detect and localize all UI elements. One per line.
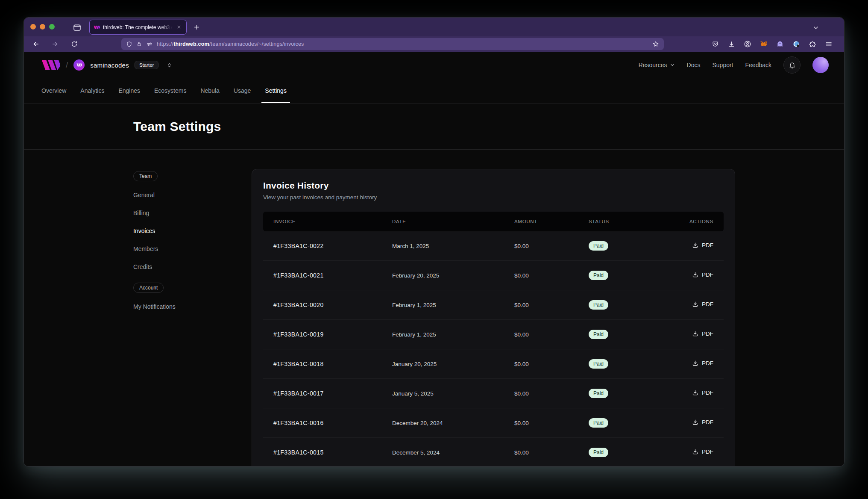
invoice-number: #1F33BA1C-0019 (263, 331, 382, 338)
status-badge: Paid (589, 418, 608, 428)
thirdweb-favicon (94, 25, 100, 30)
team-switcher-chevrons-icon[interactable] (164, 60, 174, 70)
invoice-date: February 1, 2025 (382, 331, 504, 338)
forward-button[interactable] (50, 39, 60, 49)
docs-link[interactable]: Docs (687, 62, 701, 68)
download-icon (692, 419, 698, 425)
download-pdf-button[interactable]: PDF (692, 301, 713, 307)
download-pdf-button[interactable]: PDF (692, 390, 713, 396)
site-header: / saminacodes Starter Resources (24, 52, 844, 103)
download-pdf-button[interactable]: PDF (692, 419, 713, 425)
downloads-icon[interactable] (726, 39, 736, 49)
invoice-amount: $0.00 (504, 390, 578, 397)
tab-engines[interactable]: Engines (115, 78, 144, 103)
invoice-number: #1F33BA1C-0018 (263, 360, 382, 367)
back-button[interactable] (31, 39, 41, 49)
account-icon[interactable] (742, 39, 753, 49)
sidebar-item-my-notifications[interactable]: My Notifications (133, 298, 232, 316)
col-date: Date (382, 219, 504, 224)
invoice-amount: $0.00 (504, 449, 578, 456)
invoice-number: #1F33BA1C-0022 (263, 242, 382, 249)
team-avatar[interactable] (73, 59, 85, 71)
status-badge: Paid (589, 389, 608, 398)
invoice-date: December 5, 2024 (382, 449, 504, 456)
sidebar-section-account: Account (133, 283, 164, 293)
close-tab-icon[interactable] (176, 24, 182, 31)
notifications-bell-button[interactable] (783, 56, 801, 74)
card-subtitle: View your past invoices and payment hist… (263, 194, 724, 201)
settings-sidebar: Team General Billing Invoices Members Cr… (133, 171, 232, 316)
list-tabs-chevron-icon[interactable] (811, 23, 821, 33)
tracking-protection-shield-icon[interactable] (126, 41, 132, 47)
invoice-date: January 20, 2025 (382, 361, 504, 367)
invoice-amount: $0.00 (504, 272, 578, 279)
reload-button[interactable] (69, 39, 79, 49)
extensions-puzzle-icon[interactable] (807, 39, 818, 49)
invoice-number: #1F33BA1C-0016 (263, 419, 382, 426)
download-icon (692, 301, 698, 307)
download-icon (692, 242, 698, 248)
sidebar-item-members[interactable]: Members (133, 240, 232, 258)
table-header: Invoice Date Amount Status Actions (263, 212, 724, 231)
thirdweb-logo[interactable] (41, 60, 60, 71)
support-link[interactable]: Support (712, 62, 733, 68)
bookmark-star-icon[interactable] (652, 41, 659, 47)
invoice-date: February 20, 2025 (382, 272, 504, 279)
sidebar-item-credits[interactable]: Credits (133, 258, 232, 276)
table-body: #1F33BA1C-0022 March 1, 2025 $0.00 Paid … (263, 231, 724, 467)
breadcrumb-separator: / (66, 60, 68, 70)
invoice-number: #1F33BA1C-0021 (263, 272, 382, 279)
resources-menu[interactable]: Resources (639, 62, 675, 68)
tab-nebula[interactable]: Nebula (197, 78, 223, 103)
col-status: Status (578, 219, 681, 224)
tab-usage[interactable]: Usage (230, 78, 254, 103)
download-pdf-button[interactable]: PDF (692, 360, 713, 366)
download-pdf-button[interactable]: PDF (692, 272, 713, 278)
invoice-number: #1F33BA1C-0020 (263, 301, 382, 308)
tab-ecosystems[interactable]: Ecosystems (151, 78, 190, 103)
sidebar-section-team: Team (133, 171, 158, 181)
table-row: #1F33BA1C-0022 March 1, 2025 $0.00 Paid … (263, 231, 724, 261)
tab-overview[interactable]: Overview (38, 78, 70, 103)
download-pdf-button[interactable]: PDF (692, 331, 713, 337)
address-bar[interactable]: https://thirdweb.com/team/saminacodes/~/… (121, 38, 664, 50)
browser-tab-bar: thirdweb: The complete web3 d (24, 18, 844, 36)
permissions-icon[interactable] (146, 41, 153, 47)
wallet-extension-icon[interactable] (791, 39, 801, 49)
invoice-amount: $0.00 (504, 361, 578, 367)
team-name[interactable]: saminacodes (90, 62, 129, 69)
status-badge: Paid (589, 241, 608, 251)
close-window-button[interactable] (30, 24, 36, 30)
metamask-icon[interactable] (759, 39, 769, 49)
invoice-date: March 1, 2025 (382, 243, 504, 249)
browser-tab[interactable]: thirdweb: The complete web3 d (89, 20, 187, 35)
status-badge: Paid (589, 271, 608, 280)
sidebar-item-billing[interactable]: Billing (133, 204, 232, 222)
firefox-view-icon[interactable] (72, 22, 82, 32)
zoom-window-button[interactable] (49, 24, 55, 30)
lock-icon[interactable] (136, 41, 142, 47)
sidebar-item-general[interactable]: General (133, 186, 232, 204)
browser-window: thirdweb: The complete web3 d (23, 17, 845, 467)
sidebar-item-invoices[interactable]: Invoices (133, 222, 232, 240)
user-avatar[interactable] (812, 57, 829, 73)
pocket-icon[interactable] (710, 39, 720, 49)
url-text: https://thirdweb.com/team/saminacodes/~/… (157, 41, 648, 47)
table-row: #1F33BA1C-0020 February 1, 2025 $0.00 Pa… (263, 290, 724, 320)
download-pdf-button[interactable]: PDF (692, 449, 713, 455)
menu-hamburger-icon[interactable] (824, 39, 834, 49)
plan-badge: Starter (135, 61, 159, 69)
tab-analytics[interactable]: Analytics (77, 78, 108, 103)
table-row: #1F33BA1C-0019 February 1, 2025 $0.00 Pa… (263, 320, 724, 349)
phantom-wallet-icon[interactable] (775, 39, 785, 49)
tab-settings[interactable]: Settings (261, 78, 290, 103)
page-content: / saminacodes Starter Resources (24, 52, 844, 466)
download-pdf-button[interactable]: PDF (692, 242, 713, 248)
new-tab-button[interactable] (191, 22, 202, 32)
minimize-window-button[interactable] (40, 24, 45, 30)
invoice-amount: $0.00 (504, 302, 578, 308)
table-row: #1F33BA1C-0021 February 20, 2025 $0.00 P… (263, 261, 724, 290)
feedback-link[interactable]: Feedback (745, 62, 771, 68)
page-title: Team Settings (133, 119, 221, 134)
download-icon (692, 360, 698, 366)
